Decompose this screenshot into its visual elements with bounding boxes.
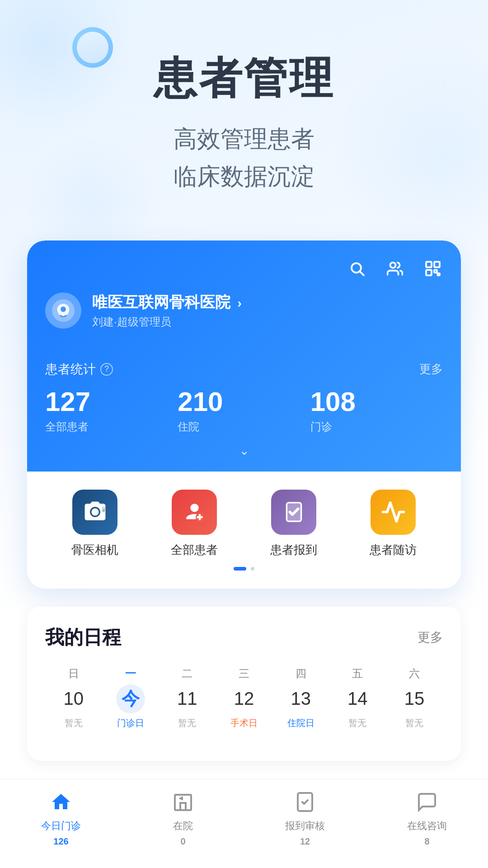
- day-number-3: 12: [230, 684, 258, 713]
- day-number-4: 13: [286, 684, 315, 713]
- dot-inactive: [251, 567, 254, 571]
- person-icon[interactable]: [385, 259, 405, 278]
- calendar-day-5[interactable]: 五 14 暂无: [343, 666, 372, 729]
- action-followup[interactable]: 患者随访: [370, 490, 417, 558]
- stat-outpatient[interactable]: 108 门诊: [310, 387, 443, 434]
- schedule-more[interactable]: 更多: [418, 629, 443, 646]
- nav-label-1: 在院: [173, 819, 193, 833]
- qrcode-icon[interactable]: [423, 259, 443, 278]
- schedule-title: 我的日程: [45, 625, 121, 650]
- action-icon-checkin: [271, 490, 316, 535]
- svg-point-9: [61, 307, 66, 312]
- stats-more-link[interactable]: 更多: [419, 361, 443, 377]
- chevron-down-icon: ⌄: [239, 443, 249, 458]
- stat-inpatient-number: 210: [178, 387, 310, 417]
- day-name-3: 三: [239, 666, 249, 681]
- hero-section: 患者管理 高效管理患者 临床数据沉淀: [0, 0, 488, 222]
- day-status-4: 住院日: [287, 717, 314, 729]
- action-icon-followup: [371, 490, 416, 535]
- stat-all-patients[interactable]: 127 全部患者: [45, 387, 178, 434]
- action-label-checkin: 患者报到: [270, 542, 317, 558]
- main-title: 患者管理: [0, 54, 488, 102]
- nav-label-2: 报到审核: [285, 819, 325, 833]
- action-label-patients: 全部患者: [171, 542, 218, 558]
- action-all-patients[interactable]: 全部患者: [171, 490, 218, 558]
- nav-today-outpatient[interactable]: 今日门诊 126: [0, 788, 122, 847]
- sub-title-line1: 高效管理患者: [0, 120, 488, 158]
- svg-rect-3: [426, 262, 432, 267]
- calendar-day-1[interactable]: 一 今 门诊日: [116, 666, 145, 729]
- bottom-nav: 今日门诊 126 在院 0 报到审核 12: [0, 779, 488, 865]
- nav-label-0: 今日门诊: [41, 819, 81, 833]
- action-camera[interactable]: 骨医相机: [71, 490, 118, 558]
- day-name-0: 日: [68, 666, 79, 681]
- card-header: 唯医互联网骨科医院 › 刘建·超级管理员 患者统计 ? 更多 127: [27, 241, 461, 472]
- calendar-day-0[interactable]: 日 10 暂无: [59, 666, 88, 729]
- action-label-followup: 患者随访: [370, 542, 417, 558]
- stats-toggle[interactable]: ⌄: [45, 434, 443, 462]
- nav-checkin-review[interactable]: 报到审核 12: [244, 788, 366, 847]
- schedule-header: 我的日程 更多: [45, 625, 443, 650]
- svg-rect-5: [426, 270, 432, 275]
- day-number-2: 11: [173, 684, 202, 713]
- day-status-0: 暂无: [65, 717, 83, 729]
- nav-badge-0: 126: [53, 836, 68, 847]
- stats-section: 患者统计 ? 更多 127 全部患者 210 住院 108: [45, 347, 443, 472]
- dot-active: [234, 567, 246, 571]
- nav-label-3: 在线咨询: [407, 819, 447, 833]
- quick-actions: 骨医相机 全部患者: [45, 490, 443, 558]
- calendar-row: 日 10 暂无 一 今 门诊日 二 11 暂无 三 12 手术日 四 13 住院…: [45, 666, 443, 729]
- nav-icon-home: [47, 788, 75, 816]
- day-number-1: 今: [116, 684, 145, 713]
- stat-outpatient-number: 108: [310, 387, 443, 417]
- day-name-2: 二: [182, 666, 192, 681]
- search-icon[interactable]: [347, 259, 367, 278]
- hospital-avatar: [45, 292, 81, 329]
- svg-rect-4: [434, 262, 440, 267]
- hospital-row[interactable]: 唯医互联网骨科医院 › 刘建·超级管理员: [45, 292, 443, 329]
- nav-icon-checkin: [291, 788, 319, 816]
- help-icon[interactable]: ?: [100, 363, 113, 376]
- calendar-day-4[interactable]: 四 13 住院日: [286, 666, 315, 729]
- day-name-6: 六: [409, 666, 420, 681]
- stat-inpatient[interactable]: 210 住院: [178, 387, 310, 434]
- hospital-role: 刘建·超级管理员: [92, 315, 242, 329]
- day-name-5: 五: [352, 666, 363, 681]
- nav-badge-1: 0: [180, 836, 185, 847]
- day-status-2: 暂无: [178, 717, 196, 729]
- day-name-1: 一: [125, 666, 136, 681]
- svg-line-1: [360, 272, 364, 275]
- day-status-6: 暂无: [405, 717, 423, 729]
- pagination-dots: [45, 567, 443, 571]
- nav-icon-chat: [413, 788, 441, 816]
- stat-inpatient-label: 住院: [178, 420, 310, 434]
- nav-online-consult[interactable]: 在线咨询 8: [366, 788, 488, 847]
- stats-header: 患者统计 ? 更多: [45, 361, 443, 378]
- day-status-1: 门诊日: [117, 717, 144, 729]
- hospital-chevron: ›: [237, 296, 241, 311]
- top-icons: [45, 259, 443, 278]
- stats-numbers: 127 全部患者 210 住院 108 门诊: [45, 387, 443, 434]
- app-card: 唯医互联网骨科医院 › 刘建·超级管理员 患者统计 ? 更多 127: [27, 241, 461, 589]
- svg-point-13: [190, 504, 198, 512]
- stats-title: 患者统计 ?: [45, 361, 113, 378]
- nav-inpatient[interactable]: 在院 0: [122, 788, 244, 847]
- hospital-info: 唯医互联网骨科医院 › 刘建·超级管理员: [92, 292, 242, 329]
- calendar-day-3[interactable]: 三 12 手术日: [230, 666, 258, 729]
- nav-badge-2: 12: [300, 836, 310, 847]
- day-status-3: 手术日: [230, 717, 258, 729]
- day-number-0: 10: [59, 684, 88, 713]
- action-icon-patients: [172, 490, 217, 535]
- calendar-day-6[interactable]: 六 15 暂无: [400, 666, 429, 729]
- schedule-section: 我的日程 更多 日 10 暂无 一 今 门诊日 二 11 暂无 三 12 手术日…: [27, 607, 461, 761]
- action-icon-camera: [72, 490, 117, 535]
- svg-point-2: [390, 262, 396, 268]
- nav-icon-hospital: [169, 788, 197, 816]
- action-label-camera: 骨医相机: [71, 542, 118, 558]
- svg-rect-19: [180, 803, 186, 810]
- svg-rect-12: [103, 508, 104, 509]
- day-status-5: 暂无: [348, 717, 366, 729]
- action-checkin[interactable]: 患者报到: [270, 490, 317, 558]
- calendar-day-2[interactable]: 二 11 暂无: [173, 666, 202, 729]
- stat-outpatient-label: 门诊: [310, 420, 443, 434]
